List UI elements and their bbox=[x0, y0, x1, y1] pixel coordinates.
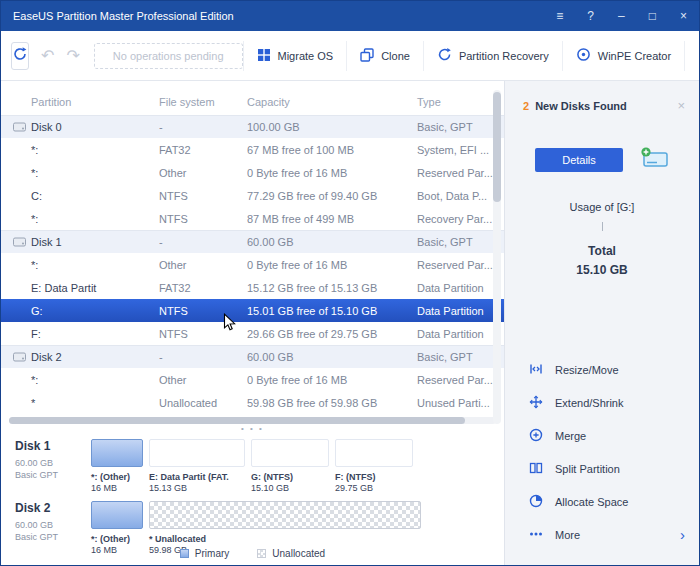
primary-swatch-icon bbox=[180, 549, 189, 558]
column-header-file-system[interactable]: File system bbox=[159, 96, 247, 108]
clone-button[interactable]: Clone bbox=[346, 41, 423, 71]
type-value: Basic, GPT bbox=[417, 236, 504, 248]
new-disk-icon[interactable] bbox=[639, 145, 669, 175]
extend-shrink-button[interactable]: Extend/Shrink bbox=[529, 386, 689, 419]
table-header: Partition File system Capacity Type bbox=[1, 89, 504, 115]
disk-map-legend: Primary Unallocated bbox=[1, 548, 504, 559]
type-value: Basic, GPT bbox=[417, 351, 504, 363]
column-header-partition[interactable]: Partition bbox=[1, 96, 159, 108]
table-row[interactable]: *: Other 0 Byte free of 16 MB Reserved P… bbox=[1, 368, 504, 391]
partition-name: *: bbox=[31, 213, 38, 225]
tools-button[interactable]: Tools ▾ bbox=[684, 41, 700, 71]
disk-map-partition[interactable]: E: Data Partit (FAT. 15.13 GB bbox=[149, 439, 245, 493]
partition-block[interactable] bbox=[91, 501, 143, 529]
table-row[interactable]: *: Other 0 Byte free of 16 MB Reserved P… bbox=[1, 253, 504, 276]
table-row[interactable]: *: Other 0 Byte free of 16 MB Reserved P… bbox=[1, 161, 504, 184]
redo-icon[interactable]: ↷ bbox=[66, 46, 79, 65]
close-icon[interactable]: × bbox=[680, 1, 687, 31]
partition-table: Partition File system Capacity Type bbox=[1, 81, 504, 414]
disk-map-partition[interactable]: G: (NTFS) 15.10 GB bbox=[251, 439, 329, 493]
action-label: Allocate Space bbox=[555, 496, 628, 508]
partition-name: *: bbox=[31, 374, 38, 386]
horizontal-scrollbar[interactable] bbox=[9, 417, 496, 424]
type-value: Data Partition bbox=[417, 328, 504, 340]
file-system-value: Other bbox=[159, 167, 247, 179]
extend-shrink-icon bbox=[529, 395, 543, 411]
migrate-os-icon bbox=[257, 48, 271, 64]
file-system-value: Other bbox=[159, 374, 247, 386]
table-row[interactable]: E: Data Partit FAT32 15.12 GB free of 15… bbox=[1, 276, 504, 299]
partition-name: Disk 1 bbox=[31, 236, 62, 248]
column-header-capacity[interactable]: Capacity bbox=[247, 96, 417, 108]
total-value: 15.10 GB bbox=[505, 263, 699, 277]
table-row[interactable]: Disk 1 - 60.00 GB Basic, GPT bbox=[1, 230, 504, 253]
winpe-creator-icon bbox=[576, 47, 591, 64]
partition-name: C: bbox=[31, 190, 42, 202]
capacity-value: 67 MB free of 100 MB bbox=[247, 144, 417, 156]
file-system-value: NTFS bbox=[159, 328, 247, 340]
vertical-scrollbar[interactable] bbox=[493, 90, 501, 424]
help-icon[interactable]: ? bbox=[587, 1, 594, 31]
disk-map-partition[interactable]: F: (NTFS) 29.75 GB bbox=[335, 439, 413, 493]
vertical-scrollbar-thumb[interactable] bbox=[493, 92, 501, 202]
partition-size: 29.75 GB bbox=[335, 483, 413, 493]
table-row[interactable]: C: NTFS 77.29 GB free of 99.40 GB Boot, … bbox=[1, 184, 504, 207]
resize-move-icon bbox=[529, 362, 543, 378]
disk-map-partition[interactable]: *: (Other) 16 MB bbox=[91, 501, 143, 555]
type-value: Recovery Par... bbox=[417, 213, 504, 225]
toolbar-label: WinPE Creator bbox=[598, 50, 671, 62]
menu-icon[interactable]: ≡ bbox=[556, 1, 563, 31]
disk-drive-icon bbox=[13, 122, 26, 133]
partition-name: G: bbox=[31, 305, 43, 317]
split-partition-icon bbox=[529, 461, 543, 477]
undo-icon[interactable]: ↶ bbox=[41, 46, 54, 65]
notification-close-icon[interactable]: × bbox=[677, 98, 685, 113]
capacity-value: 15.12 GB free of 15.13 GB bbox=[247, 282, 417, 294]
partition-block[interactable] bbox=[335, 439, 413, 467]
partition-block[interactable] bbox=[149, 501, 421, 529]
partition-block[interactable] bbox=[251, 439, 329, 467]
disk-map-partition[interactable]: * Unallocated 59.98 GB bbox=[149, 501, 421, 555]
column-header-type[interactable]: Type bbox=[417, 96, 504, 108]
split-partition-button[interactable]: Split Partition bbox=[529, 452, 689, 485]
partition-block[interactable] bbox=[149, 439, 245, 467]
new-disks-notification: 2 New Disks Found × bbox=[505, 81, 699, 113]
partition-name: Disk 0 bbox=[31, 121, 62, 133]
toolbar-label: Migrate OS bbox=[278, 50, 334, 62]
details-button[interactable]: Details bbox=[535, 148, 623, 172]
allocate-space-button[interactable]: Allocate Space bbox=[529, 485, 689, 518]
clone-icon bbox=[360, 48, 374, 64]
resize-move-button[interactable]: Resize/Move bbox=[529, 353, 689, 386]
table-row[interactable]: *: FAT32 67 MB free of 100 MB System, EF… bbox=[1, 138, 504, 161]
table-row[interactable]: Disk 0 - 100.00 GB Basic, GPT bbox=[1, 115, 504, 138]
refresh-button[interactable] bbox=[11, 42, 29, 70]
partition-label: *: (Other) bbox=[91, 472, 143, 482]
disk-map-disk-1: Disk 1 60.00 GB Basic GPT *: (Other) 16 … bbox=[15, 439, 504, 493]
disk-map-partition[interactable]: *: (Other) 16 MB bbox=[91, 439, 143, 493]
partition-size: 15.13 GB bbox=[149, 483, 245, 493]
disk-name: Disk 2 bbox=[15, 501, 91, 515]
migrate-os-button[interactable]: Migrate OS bbox=[243, 41, 347, 71]
merge-button[interactable]: Merge bbox=[529, 419, 689, 452]
table-row[interactable]: Disk 2 - 60.00 GB Basic, GPT bbox=[1, 345, 504, 368]
winpe-creator-button[interactable]: WinPE Creator bbox=[562, 41, 684, 71]
file-system-value: NTFS bbox=[159, 213, 247, 225]
notification-count: 2 bbox=[523, 100, 529, 112]
table-row[interactable]: G: NTFS 15.01 GB free of 15.10 GB Data P… bbox=[1, 299, 504, 322]
table-row[interactable]: * Unallocated 59.98 GB free of 59.98 GB … bbox=[1, 391, 504, 414]
capacity-value: 0 Byte free of 16 MB bbox=[247, 167, 417, 179]
pane-splitter-handle[interactable]: • • • bbox=[1, 424, 504, 436]
partition-label: E: Data Partit (FAT. bbox=[149, 472, 245, 482]
horizontal-scrollbar-thumb[interactable] bbox=[9, 417, 465, 424]
partition-size: 16 MB bbox=[91, 483, 143, 493]
table-row[interactable]: *: NTFS 87 MB free of 499 MB Recovery Pa… bbox=[1, 207, 504, 230]
partition-name: Disk 2 bbox=[31, 351, 62, 363]
table-row[interactable]: F: NTFS 29.66 GB free of 29.75 GB Data P… bbox=[1, 322, 504, 345]
partition-block[interactable] bbox=[91, 439, 143, 467]
partition-recovery-button[interactable]: Partition Recovery bbox=[423, 41, 562, 71]
file-system-value: Other bbox=[159, 259, 247, 271]
maximize-icon[interactable]: □ bbox=[649, 1, 656, 31]
minimize-icon[interactable]: – bbox=[618, 1, 625, 31]
more-button[interactable]: More › bbox=[529, 518, 689, 551]
disk-size: 60.00 GB bbox=[15, 519, 91, 531]
